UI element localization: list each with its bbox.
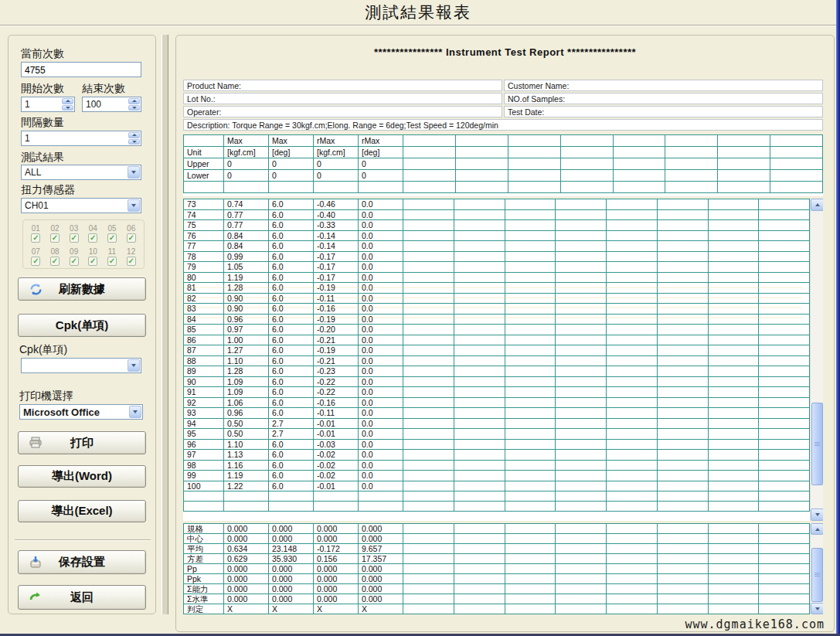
test-date-cell[interactable]: Test Date: [504,106,823,117]
data-cell: 0.77 [224,220,269,231]
lot-no-cell[interactable]: Lot No.: [183,93,502,104]
data-cell: 6.0 [269,262,314,273]
printer-select[interactable]: Microsoft Office [19,404,143,420]
scroll-up-icon[interactable] [811,523,823,535]
data-cell [556,325,607,335]
back-button[interactable]: 返回 [18,585,146,610]
stats-grid-scroll-thumb[interactable] [811,548,823,602]
row-label-cell: Ppk [184,574,224,584]
spinner-up-icon[interactable] [128,132,140,138]
data-cell [665,135,718,147]
data-cell: 0.0 [359,355,403,366]
data-cell: 6.0 [269,293,314,304]
data-cell: 0.0 [359,450,403,461]
chevron-down-icon[interactable] [128,166,140,179]
data-cell [607,304,658,315]
channel-item-09: 09✓ [64,247,83,268]
report-stats-grid: 規格0.0000.0000.0000.000中心0.0000.0000.0000… [183,523,823,614]
data-grid-scroll-thumb[interactable] [811,403,823,485]
spinner-up-icon[interactable] [128,98,140,104]
data-cell: Max [224,135,269,147]
channel-checkbox[interactable]: ✓ [107,233,117,243]
spinner-down-icon[interactable] [62,105,73,111]
scroll-up-icon[interactable] [811,199,823,211]
chevron-down-icon[interactable] [128,359,140,372]
data-cell [454,199,505,210]
channel-checkbox[interactable]: ✓ [127,257,136,266]
data-cell [607,345,658,356]
torque-sensor-select[interactable]: CH01 [21,198,141,213]
export-word-button[interactable]: 導出(Word) [18,465,146,488]
print-button[interactable]: 打印 [18,431,146,454]
current-count-input[interactable] [21,62,141,77]
spinner-down-icon[interactable] [128,139,140,145]
data-cell [718,147,770,158]
data-cell [759,450,810,461]
data-cell: -0.01 [314,429,359,440]
data-cell [657,408,708,419]
export-excel-button[interactable]: 導出(Excel) [18,500,146,522]
description-cell[interactable]: Description: Torque Range = 30kgf.cm;Elo… [183,119,823,131]
row-label-cell [184,182,224,193]
spinner-up-icon[interactable] [62,98,73,104]
scroll-down-icon[interactable] [811,603,823,614]
chevron-down-icon[interactable] [128,199,140,212]
data-cell [657,220,708,231]
channel-checkbox[interactable]: ✓ [107,257,117,266]
channel-checkbox[interactable]: ✓ [50,233,60,243]
channel-checkbox[interactable]: ✓ [127,233,136,243]
data-cell [508,170,560,182]
spinner-down-icon[interactable] [128,105,140,111]
cpk-select[interactable] [21,358,141,373]
data-cell: 0.000 [269,594,314,604]
chevron-down-icon[interactable] [129,406,141,418]
save-settings-button[interactable]: 保存設置 [18,550,146,574]
interval-stepper[interactable]: 1 [21,131,141,146]
channel-checkbox[interactable]: ✓ [70,257,79,266]
panel-splitter-handle[interactable] [162,35,168,614]
channel-checkbox[interactable]: ✓ [70,233,79,243]
data-cell: -0.172 [314,544,359,554]
channel-checkbox[interactable]: ✓ [88,233,97,243]
start-count-stepper[interactable]: 1 [21,97,75,112]
data-cell: 6.0 [269,251,314,262]
operater-cell[interactable]: Operater: [183,106,502,117]
channel-checkbox[interactable]: ✓ [31,257,40,266]
channel-checkbox[interactable]: ✓ [31,233,40,243]
data-grid-scrollbar[interactable] [810,199,823,521]
data-cell [607,376,658,387]
data-cell [759,564,810,574]
samples-cell[interactable]: NO.of Samples: [504,93,823,104]
data-cell: -0.19 [314,283,359,294]
product-name-cell[interactable]: Product Name: [183,80,502,91]
data-cell: -0.17 [314,272,359,283]
row-label-cell: 82 [184,293,224,304]
channel-item-02: 02✓ [46,224,65,245]
scroll-down-icon[interactable] [811,508,823,521]
data-cell [657,376,708,387]
row-label-cell: 規格 [184,524,224,534]
data-cell [759,335,810,345]
end-count-stepper[interactable]: 100 [82,97,141,112]
channel-checkbox[interactable]: ✓ [88,257,97,266]
data-cell [759,429,810,440]
data-cell: -0.19 [314,314,359,325]
cpk-button[interactable]: Cpk(单項) [18,314,146,337]
data-cell: 1.27 [224,345,269,356]
row-label-cell: 方差 [184,554,224,564]
customer-name-cell[interactable]: Customer Name: [504,80,823,91]
refresh-data-button[interactable]: 刷新數據 [18,277,146,301]
data-cell [454,574,505,584]
data-cell [657,272,708,283]
row-label-cell: 96 [184,439,224,450]
test-result-select[interactable]: ALL [21,165,141,180]
data-cell [607,481,658,491]
data-cell [607,230,658,241]
stats-grid-scrollbar[interactable] [810,523,823,614]
channel-label: 12 [127,247,135,256]
interval-value: 1 [25,133,30,144]
channel-checkbox[interactable]: ✓ [50,257,60,266]
data-cell [505,564,556,574]
table-row: 981.166.0-0.020.0 [184,460,810,471]
data-cell: 0.0 [359,439,403,450]
